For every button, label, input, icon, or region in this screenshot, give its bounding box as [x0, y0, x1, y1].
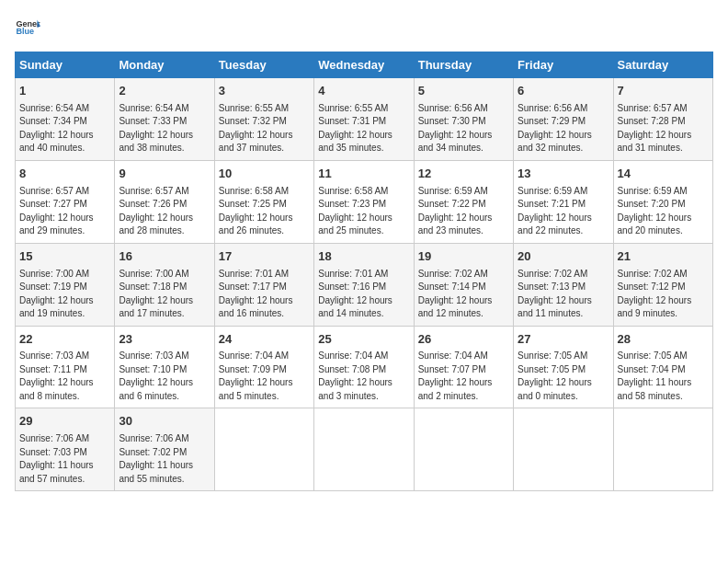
day-number: 17	[219, 248, 310, 266]
calendar-cell: 21Sunrise: 7:02 AMSunset: 7:12 PMDayligh…	[613, 243, 712, 326]
sunset-text: Sunset: 7:03 PM	[19, 446, 110, 460]
calendar-table: SundayMondayTuesdayWednesdayThursdayFrid…	[15, 52, 713, 491]
calendar-cell: 3Sunrise: 6:55 AMSunset: 7:32 PMDaylight…	[214, 78, 313, 161]
daylight-text: Daylight: 12 hours and 11 minutes.	[518, 294, 609, 321]
daylight-text: Daylight: 12 hours and 26 minutes.	[219, 212, 310, 238]
day-number: 28	[618, 331, 709, 349]
day-number: 3	[219, 83, 310, 100]
calendar-week-row: 22Sunrise: 7:03 AMSunset: 7:11 PMDayligh…	[16, 326, 713, 408]
daylight-text: Daylight: 12 hours and 0 minutes.	[518, 376, 609, 403]
sunrise-text: Sunrise: 6:56 AM	[518, 102, 609, 116]
sunrise-text: Sunrise: 6:59 AM	[518, 185, 609, 199]
calendar-cell: 7Sunrise: 6:57 AMSunset: 7:28 PMDaylight…	[613, 78, 712, 161]
sunset-text: Sunset: 7:09 PM	[219, 363, 310, 377]
day-number: 29	[19, 413, 110, 431]
daylight-text: Daylight: 12 hours and 17 minutes.	[119, 294, 210, 321]
sunrise-text: Sunrise: 7:04 AM	[219, 350, 310, 363]
sunset-text: Sunset: 7:17 PM	[219, 281, 310, 294]
calendar-cell: 10Sunrise: 6:58 AMSunset: 7:25 PMDayligh…	[214, 160, 313, 243]
calendar-cell: 14Sunrise: 6:59 AMSunset: 7:20 PMDayligh…	[613, 160, 712, 243]
day-number: 13	[518, 166, 609, 183]
sunrise-text: Sunrise: 7:06 AM	[119, 432, 210, 446]
day-number: 25	[318, 331, 409, 349]
daylight-text: Daylight: 12 hours and 34 minutes.	[418, 129, 509, 155]
daylight-text: Daylight: 12 hours and 9 minutes.	[618, 294, 709, 321]
sunset-text: Sunset: 7:23 PM	[318, 198, 409, 212]
day-number: 27	[518, 331, 609, 349]
sunrise-text: Sunrise: 6:59 AM	[618, 185, 709, 199]
calendar-cell: 2Sunrise: 6:54 AMSunset: 7:33 PMDaylight…	[115, 78, 214, 161]
calendar-cell: 26Sunrise: 7:04 AMSunset: 7:07 PMDayligh…	[414, 326, 513, 408]
calendar-week-row: 1Sunrise: 6:54 AMSunset: 7:34 PMDaylight…	[16, 78, 713, 161]
calendar-cell: 28Sunrise: 7:05 AMSunset: 7:04 PMDayligh…	[613, 326, 712, 408]
day-number: 20	[518, 248, 609, 266]
sunset-text: Sunset: 7:20 PM	[618, 198, 709, 212]
sunset-text: Sunset: 7:33 PM	[119, 115, 210, 129]
sunrise-text: Sunrise: 7:01 AM	[318, 268, 409, 282]
sunrise-text: Sunrise: 6:59 AM	[418, 185, 509, 199]
sunset-text: Sunset: 7:10 PM	[119, 363, 210, 377]
daylight-text: Daylight: 12 hours and 2 minutes.	[418, 376, 509, 403]
sunset-text: Sunset: 7:18 PM	[119, 281, 210, 294]
day-number: 9	[119, 166, 210, 183]
sunrise-text: Sunrise: 7:01 AM	[219, 268, 310, 282]
daylight-text: Daylight: 12 hours and 35 minutes.	[318, 129, 409, 155]
col-header-saturday: Saturday	[613, 52, 712, 78]
daylight-text: Daylight: 12 hours and 5 minutes.	[219, 376, 310, 403]
calendar-cell: 17Sunrise: 7:01 AMSunset: 7:17 PMDayligh…	[214, 243, 313, 326]
sunset-text: Sunset: 7:22 PM	[418, 198, 509, 212]
calendar-cell	[414, 408, 513, 491]
calendar-cell: 20Sunrise: 7:02 AMSunset: 7:13 PMDayligh…	[514, 243, 613, 326]
day-number: 15	[19, 248, 110, 266]
calendar-cell	[214, 408, 313, 491]
sunrise-text: Sunrise: 7:02 AM	[518, 268, 609, 282]
logo: General Blue	[15, 15, 40, 40]
sunset-text: Sunset: 7:21 PM	[518, 198, 609, 212]
calendar-cell: 11Sunrise: 6:58 AMSunset: 7:23 PMDayligh…	[314, 160, 414, 243]
sunset-text: Sunset: 7:11 PM	[19, 363, 110, 377]
sunrise-text: Sunrise: 6:57 AM	[618, 102, 709, 116]
daylight-text: Daylight: 12 hours and 25 minutes.	[318, 212, 409, 238]
day-number: 19	[418, 248, 509, 266]
sunset-text: Sunset: 7:02 PM	[119, 446, 210, 460]
day-number: 18	[318, 248, 409, 266]
calendar-cell: 18Sunrise: 7:01 AMSunset: 7:16 PMDayligh…	[314, 243, 414, 326]
sunset-text: Sunset: 7:16 PM	[318, 281, 409, 294]
daylight-text: Daylight: 12 hours and 20 minutes.	[618, 212, 709, 238]
daylight-text: Daylight: 12 hours and 19 minutes.	[19, 294, 110, 321]
calendar-cell	[514, 408, 613, 491]
calendar-cell: 30Sunrise: 7:06 AMSunset: 7:02 PMDayligh…	[115, 408, 214, 491]
sunrise-text: Sunrise: 7:00 AM	[19, 268, 110, 282]
calendar-cell	[314, 408, 414, 491]
daylight-text: Daylight: 12 hours and 12 minutes.	[418, 294, 509, 321]
daylight-text: Daylight: 11 hours and 55 minutes.	[119, 459, 210, 486]
sunset-text: Sunset: 7:05 PM	[518, 363, 609, 377]
sunrise-text: Sunrise: 7:03 AM	[119, 350, 210, 363]
calendar-cell: 27Sunrise: 7:05 AMSunset: 7:05 PMDayligh…	[514, 326, 613, 408]
day-number: 30	[119, 413, 210, 431]
sunrise-text: Sunrise: 6:57 AM	[19, 185, 110, 199]
sunset-text: Sunset: 7:14 PM	[418, 281, 509, 294]
calendar-cell: 9Sunrise: 6:57 AMSunset: 7:26 PMDaylight…	[115, 160, 214, 243]
calendar-cell: 12Sunrise: 6:59 AMSunset: 7:22 PMDayligh…	[414, 160, 513, 243]
daylight-text: Daylight: 11 hours and 58 minutes.	[618, 376, 709, 403]
sunset-text: Sunset: 7:25 PM	[219, 198, 310, 212]
col-header-tuesday: Tuesday	[214, 52, 313, 78]
day-number: 16	[119, 248, 210, 266]
sunset-text: Sunset: 7:12 PM	[618, 281, 709, 294]
sunrise-text: Sunrise: 6:55 AM	[318, 102, 409, 116]
day-number: 12	[418, 166, 509, 183]
sunrise-text: Sunrise: 7:05 AM	[518, 350, 609, 363]
daylight-text: Daylight: 12 hours and 6 minutes.	[119, 376, 210, 403]
day-number: 14	[618, 166, 709, 183]
day-number: 26	[418, 331, 509, 349]
calendar-cell: 8Sunrise: 6:57 AMSunset: 7:27 PMDaylight…	[16, 160, 115, 243]
sunrise-text: Sunrise: 7:04 AM	[418, 350, 509, 363]
calendar-cell: 19Sunrise: 7:02 AMSunset: 7:14 PMDayligh…	[414, 243, 513, 326]
sunrise-text: Sunrise: 7:02 AM	[618, 268, 709, 282]
calendar-cell: 5Sunrise: 6:56 AMSunset: 7:30 PMDaylight…	[414, 78, 513, 161]
sunset-text: Sunset: 7:04 PM	[618, 363, 709, 377]
calendar-cell: 6Sunrise: 6:56 AMSunset: 7:29 PMDaylight…	[514, 78, 613, 161]
sunset-text: Sunset: 7:08 PM	[318, 363, 409, 377]
calendar-cell: 16Sunrise: 7:00 AMSunset: 7:18 PMDayligh…	[115, 243, 214, 326]
